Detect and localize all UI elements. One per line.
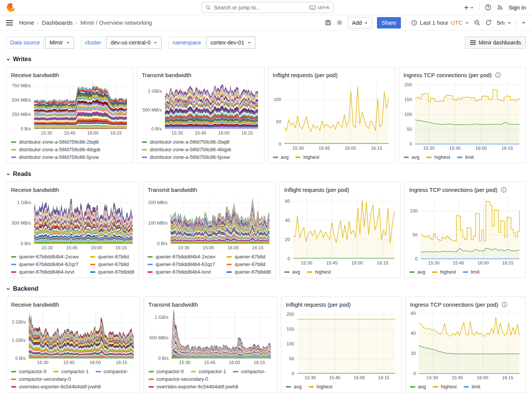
dashboard-settings-button[interactable] bbox=[336, 19, 343, 26]
news-button[interactable] bbox=[497, 4, 503, 11]
legend-item[interactable]: distributor-zone-a-56fd759c86-48qpb bbox=[11, 147, 100, 152]
legend-item[interactable]: avg bbox=[404, 154, 420, 160]
chart-canvas-backend_ingress[interactable] bbox=[409, 309, 522, 381]
chart-canvas-reads_inflight[interactable] bbox=[283, 194, 397, 266]
info-icon[interactable] bbox=[495, 72, 501, 78]
info-icon[interactable] bbox=[501, 187, 507, 193]
chart-canvas-reads_transmit[interactable] bbox=[147, 194, 271, 251]
panel-header[interactable]: Receive bandwidth bbox=[10, 300, 136, 309]
zoom-out-time-button[interactable] bbox=[474, 19, 480, 26]
panel-legend: distributor-zone-a-56fd759c86-2bql8distr… bbox=[10, 136, 129, 160]
legend-item[interactable]: limit bbox=[457, 154, 474, 160]
legend-item[interactable]: distributor-zone-a-56fd759c86-5jxxw bbox=[11, 154, 99, 160]
legend-item[interactable]: highest bbox=[433, 384, 457, 390]
refresh-button[interactable] bbox=[485, 19, 492, 26]
info-icon[interactable] bbox=[502, 302, 507, 307]
legend-item[interactable]: compactor-1 bbox=[191, 369, 226, 374]
grafana-logo[interactable] bbox=[6, 3, 16, 12]
variable-label[interactable]: Data source bbox=[6, 36, 44, 49]
legend-item[interactable]: distributor-zone-a-56fd759c86-2bql8 bbox=[11, 139, 99, 145]
legend-item[interactable]: overrides-exporter-6c544b4ddf-jvwh8 bbox=[11, 384, 101, 390]
panel-header[interactable]: Ingress TCP connections (per pod) bbox=[408, 185, 522, 194]
panel-header[interactable]: Transmit bandwidth bbox=[148, 300, 274, 309]
panel-header[interactable]: Transmit bandwidth bbox=[141, 70, 260, 79]
chart-canvas-writes_transmit[interactable] bbox=[141, 79, 260, 136]
legend-item[interactable]: compactor- bbox=[233, 369, 266, 374]
chart-canvas-backend_transmit[interactable] bbox=[148, 309, 274, 366]
legend-item[interactable]: querier-67b8dd84b4-2xcwv bbox=[11, 254, 90, 260]
legend-item[interactable]: avg bbox=[410, 384, 426, 390]
legend-item[interactable]: compactor-0 bbox=[149, 369, 184, 374]
legend-item[interactable]: compactor-secondary-0 bbox=[149, 376, 209, 382]
time-range-picker[interactable]: Last 1 hour UTC bbox=[411, 19, 469, 26]
legend-item[interactable]: querier-67b8dd84b4-2xcwv bbox=[147, 254, 226, 260]
panel-header[interactable]: Ingress TCP connections (per pod) bbox=[403, 70, 522, 79]
panel-header[interactable]: Receive bandwidth bbox=[10, 70, 129, 79]
breadcrumb-home[interactable]: Home bbox=[19, 19, 34, 26]
variable-label[interactable]: namespace bbox=[168, 36, 205, 49]
legend-item[interactable]: avg bbox=[286, 384, 302, 390]
add-new-button[interactable] bbox=[463, 5, 474, 11]
chart-canvas-writes_ingress[interactable] bbox=[403, 79, 522, 152]
chart-canvas-writes_inflight[interactable] bbox=[272, 79, 391, 152]
legend-item[interactable]: querier-67b8dd8 bbox=[90, 269, 134, 275]
panel-header[interactable]: Inflight requests (per pod) bbox=[285, 300, 397, 309]
panel-header[interactable]: Inflight requests (per pod) bbox=[283, 185, 397, 194]
panel-header[interactable]: Ingress TCP connections (per pod) bbox=[409, 300, 522, 309]
panel-header[interactable]: Transmit bandwidth bbox=[147, 185, 271, 194]
chart-canvas-reads_ingress[interactable] bbox=[408, 194, 522, 266]
legend-item[interactable]: compactor-secondary-0 bbox=[11, 376, 71, 382]
legend-item[interactable]: highest bbox=[307, 269, 331, 275]
refresh-interval-picker[interactable]: 5m bbox=[497, 19, 511, 26]
panel-header[interactable]: Receive bandwidth bbox=[10, 185, 135, 194]
legend-item[interactable]: compactor-0 bbox=[11, 369, 46, 374]
breadcrumb-dashboards[interactable]: Dashboards bbox=[42, 19, 73, 26]
legend-item[interactable]: querier-67b8d bbox=[90, 254, 134, 260]
legend-item[interactable]: querier-67b8dd84b4-62qz7 bbox=[147, 261, 226, 267]
legend-item[interactable]: querier-67b8dd8 bbox=[226, 269, 271, 275]
legend-item[interactable]: highest bbox=[295, 154, 319, 160]
legend-item[interactable]: overrides-exporter-6c544b4ddf-jvwh8 bbox=[149, 384, 238, 390]
legend-item[interactable]: limit bbox=[464, 384, 480, 390]
legend-item[interactable]: compactor-1 bbox=[53, 369, 89, 374]
collapse-toolbar-button[interactable] bbox=[521, 21, 526, 25]
legend-item[interactable]: querier-67b8dd84b4-62qz7 bbox=[11, 261, 90, 267]
help-button[interactable] bbox=[485, 4, 491, 11]
variable-value-dropdown[interactable]: dev-us-central-0 bbox=[106, 36, 162, 49]
menu-icon[interactable] bbox=[6, 20, 13, 25]
legend-item[interactable]: querier-67b8d bbox=[226, 261, 271, 267]
legend-item[interactable]: distributor-zone-a-56fd759c86-2bql8 bbox=[142, 139, 230, 145]
variable-label[interactable]: cluster bbox=[81, 36, 106, 49]
section-header-reads[interactable]: Reads bbox=[6, 169, 526, 179]
save-dashboard-button[interactable] bbox=[325, 19, 331, 26]
legend-item[interactable]: highest bbox=[426, 154, 450, 160]
legend-item[interactable]: avg bbox=[284, 269, 300, 275]
legend-item[interactable]: avg bbox=[409, 269, 425, 275]
chart-canvas-writes_receive[interactable] bbox=[10, 79, 129, 136]
chart-canvas-backend_inflight[interactable] bbox=[285, 309, 397, 381]
legend-item[interactable]: compactor- bbox=[96, 369, 128, 374]
legend-item[interactable]: highest bbox=[309, 384, 332, 390]
chart-canvas-reads_receive[interactable] bbox=[10, 194, 135, 251]
legend-item[interactable]: querier-67b8d bbox=[90, 261, 134, 267]
legend-item[interactable]: highest bbox=[432, 269, 456, 275]
legend-item[interactable]: querier-67b8dd84b4-lsrvt bbox=[11, 269, 90, 275]
section-header-backend[interactable]: Backend bbox=[6, 283, 526, 294]
legend-item[interactable]: distributor-zone-a-56fd759c86-48qpb bbox=[142, 147, 231, 152]
section-header-writes[interactable]: Writes bbox=[6, 54, 526, 65]
sign-in-button[interactable]: Sign in bbox=[508, 4, 526, 11]
mimir-dashboards-button[interactable]: Mimir dashboards bbox=[465, 36, 526, 49]
add-panel-button[interactable]: Add bbox=[348, 17, 372, 28]
chart-canvas-backend_receive[interactable] bbox=[10, 309, 136, 366]
panel-header[interactable]: Inflight requests (per pod) bbox=[272, 70, 391, 79]
variable-value-dropdown[interactable]: cortex-dev-01 bbox=[206, 36, 255, 49]
legend-item[interactable]: querier-67b8d bbox=[226, 254, 271, 260]
legend-item[interactable]: limit bbox=[463, 269, 480, 275]
share-button[interactable]: Share bbox=[377, 17, 401, 28]
legend-item[interactable]: avg bbox=[273, 154, 289, 160]
legend-item[interactable]: distributor-zone-a-56fd759c86-5jxxw bbox=[142, 154, 230, 160]
legend-label: compactor-secondary-0 bbox=[157, 376, 209, 382]
variable-value-dropdown[interactable]: Mimir bbox=[45, 36, 74, 49]
legend-item[interactable]: querier-67b8dd84b4-lsrvt bbox=[147, 269, 226, 275]
search-input[interactable]: Search or jump to... ctrl+k bbox=[201, 2, 334, 13]
